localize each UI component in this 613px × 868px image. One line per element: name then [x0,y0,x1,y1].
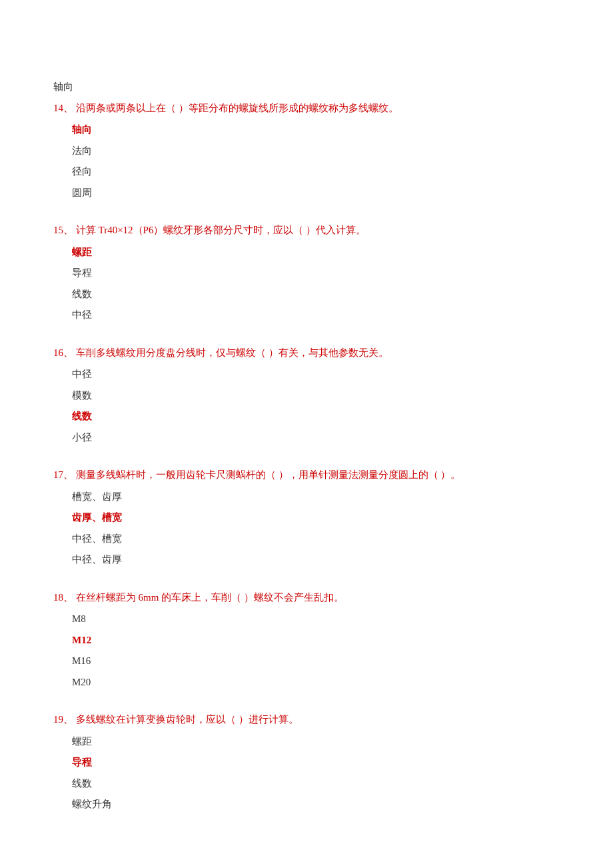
option: 模数 [72,388,560,403]
option: 螺纹升角 [72,797,560,812]
option: M16 [72,653,560,669]
question-number: 17、 [53,467,73,483]
option: 圆周 [72,185,560,201]
option: 中径、齿厚 [72,552,560,567]
options-list: 轴向法向径向圆周 [72,122,560,200]
question-header: 14、 沿两条或两条以上在（ ）等距分布的螺旋线所形成的螺纹称为多线螺纹。 [53,101,560,116]
option: M8 [72,611,560,627]
question-number: 19、 [53,712,73,727]
question-header: 19、 多线螺纹在计算变换齿轮时，应以（ ）进行计算。 [53,712,560,727]
question-text: 计算 Tr40×12（P6）螺纹牙形各部分尺寸时，应以（ ）代入计算。 [76,225,366,235]
option: 轴向 [72,122,560,137]
option: 线数 [72,409,560,424]
option: 槽宽、齿厚 [72,489,560,505]
options-list: M8M12M16M20 [72,611,560,689]
questions-container: 14、 沿两条或两条以上在（ ）等距分布的螺旋线所形成的螺纹称为多线螺纹。轴向法… [53,101,560,812]
question: 14、 沿两条或两条以上在（ ）等距分布的螺旋线所形成的螺纹称为多线螺纹。轴向法… [53,101,560,201]
question-number: 15、 [53,223,73,238]
options-list: 中径模数线数小径 [72,367,560,445]
question-header: 16、 车削多线螺纹用分度盘分线时，仅与螺纹（ ）有关，与其他参数无关。 [53,345,560,361]
question: 18、 在丝杆螺距为 6mm 的车床上，车削（ ）螺纹不会产生乱扣。M8M12M… [53,590,560,690]
option: 法向 [72,143,560,159]
option: 螺距 [72,245,560,260]
option: 线数 [72,287,560,302]
question-text: 沿两条或两条以上在（ ）等距分布的螺旋线所形成的螺纹称为多线螺纹。 [76,103,398,113]
question-header: 15、 计算 Tr40×12（P6）螺纹牙形各部分尺寸时，应以（ ）代入计算。 [53,223,560,238]
option: 径向 [72,164,560,179]
option: 螺距 [72,734,560,749]
option: M12 [72,633,560,648]
question-header: 18、 在丝杆螺距为 6mm 的车床上，车削（ ）螺纹不会产生乱扣。 [53,590,560,605]
option: 中径 [72,367,560,382]
option: 导程 [72,755,560,770]
option: M20 [72,675,560,690]
option: 导程 [72,265,560,281]
option: 线数 [72,776,560,791]
option: 齿厚、槽宽 [72,510,560,525]
options-list: 螺距导程线数螺纹升角 [72,734,560,812]
question: 19、 多线螺纹在计算变换齿轮时，应以（ ）进行计算。螺距导程线数螺纹升角 [53,712,560,812]
question-text: 多线螺纹在计算变换齿轮时，应以（ ）进行计算。 [76,714,299,725]
question-header: 17、 测量多线蜗杆时，一般用齿轮卡尺测蜗杆的（ ），用单针测量法测量分度圆上的… [53,467,560,483]
question-number: 14、 [53,101,73,116]
options-list: 槽宽、齿厚齿厚、槽宽中径、槽宽中径、齿厚 [72,489,560,567]
question: 17、 测量多线蜗杆时，一般用齿轮卡尺测蜗杆的（ ），用单针测量法测量分度圆上的… [53,467,560,567]
question-text: 在丝杆螺距为 6mm 的车床上，车削（ ）螺纹不会产生乱扣。 [76,592,344,603]
question-text: 测量多线蜗杆时，一般用齿轮卡尺测蜗杆的（ ），用单针测量法测量分度圆上的（ ）。 [76,469,461,480]
option: 中径、槽宽 [72,531,560,547]
question-number: 18、 [53,590,73,605]
question-text: 车削多线螺纹用分度盘分线时，仅与螺纹（ ）有关，与其他参数无关。 [76,347,388,358]
options-list: 螺距导程线数中径 [72,245,560,323]
option: 中径 [72,307,560,323]
orphan-option: 轴向 [53,79,560,95]
option: 小径 [72,430,560,445]
question: 16、 车削多线螺纹用分度盘分线时，仅与螺纹（ ）有关，与其他参数无关。中径模数… [53,345,560,445]
question-number: 16、 [53,345,73,361]
question: 15、 计算 Tr40×12（P6）螺纹牙形各部分尺寸时，应以（ ）代入计算。螺… [53,223,560,323]
